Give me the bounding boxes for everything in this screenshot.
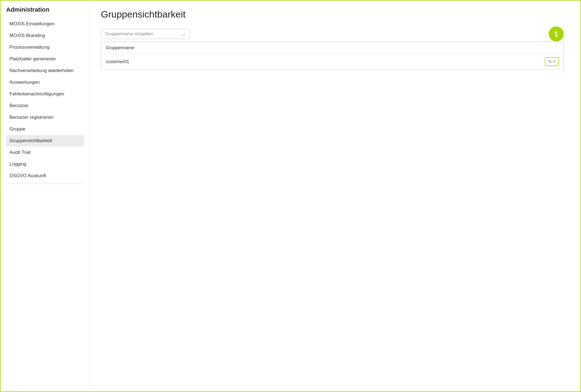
sidebar-item-logging[interactable]: Logging (6, 159, 84, 170)
sidebar-item-dsgvo-auskunft[interactable]: DSGVO Auskunft (6, 170, 84, 181)
group-table-wrapper: Gruppenname customer01✎× (101, 41, 564, 70)
sidebar-item-moxis-branding[interactable]: MOXIS Branding (6, 30, 84, 41)
table-row: customer01✎× (101, 54, 563, 70)
sidebar-item-platzhalter-generieren[interactable]: Platzhalter generieren (6, 53, 84, 65)
row-action-buttons[interactable]: ✎× (545, 57, 559, 66)
group-table: Gruppenname customer01✎× (101, 42, 563, 70)
table-header-groupname: Gruppenname (101, 42, 388, 54)
sidebar-title: Administration (6, 6, 84, 13)
chevron-down-icon: ⌄ (182, 32, 186, 36)
edit-icon[interactable]: ✎ (548, 59, 552, 64)
sidebar: Administration MOXIS EinstellungenMOXIS … (6, 6, 90, 386)
table-cell-actions: ✎× (387, 54, 563, 70)
sidebar-item-nachverarbeitung-wiederholen[interactable]: Nachverarbeitung wiederholen (6, 65, 84, 76)
sidebar-nav: MOXIS EinstellungenMOXIS BrandingProzess… (6, 18, 84, 184)
sidebar-item-benutzer[interactable]: Benutzer (6, 100, 84, 111)
sidebar-item-audit-trail[interactable]: Audit Trail (6, 147, 84, 158)
group-dropdown[interactable]: Gruppenname eingeben ⌄ (101, 29, 190, 39)
sidebar-item-auswertungen[interactable]: Auswertungen (6, 77, 84, 88)
group-selector-row: Gruppenname eingeben ⌄ 1 (101, 26, 564, 41)
sidebar-item-benutzer-registrieren[interactable]: Benutzer registrieren (6, 112, 84, 123)
main-content: Gruppensichtbarkeit Gruppenname eingeben… (90, 6, 575, 386)
add-group-button[interactable]: 1 (549, 26, 564, 41)
table-cell-groupname: customer01 (101, 54, 388, 70)
sidebar-item-fehlerbenachrichtigungen[interactable]: Fehlerbenachrichtigungen (6, 88, 84, 100)
table-header-actions (387, 42, 563, 54)
close-icon[interactable]: × (553, 59, 555, 64)
page-title: Gruppensichtbarkeit (101, 9, 564, 20)
sidebar-item-gruppensichtbarkeit[interactable]: Gruppensichtbarkeit (6, 135, 84, 146)
sidebar-item-prozessverwaltung[interactable]: Prozessverwaltung (6, 42, 84, 53)
sidebar-item-gruppe[interactable]: Gruppe (6, 124, 84, 135)
group-dropdown-placeholder: Gruppenname eingeben (105, 31, 153, 36)
sidebar-item-moxis-einstellungen[interactable]: MOXIS Einstellungen (6, 18, 84, 29)
